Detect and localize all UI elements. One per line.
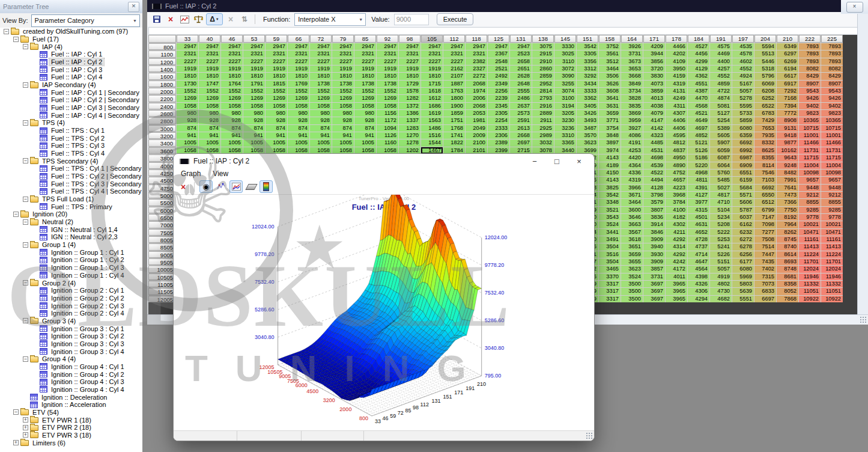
col-header[interactable]: 105 [421,35,443,43]
map-cell[interactable]: 5167 [732,81,754,87]
map-cell[interactable]: 4874 [710,95,732,102]
tree-item[interactable]: Ignition :: Deceleration [0,393,142,401]
compare-button[interactable] [192,14,204,25]
map-cell[interactable]: 4578 [732,50,754,57]
map-cell[interactable]: 7991 [777,177,798,183]
map-cell[interactable]: 941 [354,132,376,139]
tree-item[interactable]: Fuel :: IAP : Cyl 1 | Secondary [0,88,142,96]
map-cell[interactable]: 8745 [777,236,798,243]
map-cell[interactable]: 3464 [621,199,643,206]
map-cell[interactable]: 3524 [621,273,643,280]
map-cell[interactable]: 1058 [177,103,198,109]
col-header[interactable]: 151 [577,35,598,43]
map-cell[interactable]: 1810 [243,73,265,79]
map-cell[interactable]: 2227 [288,58,309,65]
map-cell[interactable]: 4143 [599,154,621,161]
map-cell[interactable]: 2947 [488,43,509,50]
map-cell[interactable]: 6256 [732,251,754,258]
map-cell[interactable]: 1005 [354,139,376,146]
map-cell[interactable]: 6232 [732,229,754,236]
map-cell[interactable]: 1800 [443,95,465,102]
map-cell[interactable]: 3930 [643,251,665,258]
map-cell[interactable]: 1618 [421,88,443,94]
map-cell[interactable]: 1172 [377,117,398,124]
map-cell[interactable]: 5389 [710,125,732,132]
row-header[interactable]: 8505 [148,243,176,250]
map-cell[interactable]: 7546 [754,170,776,176]
map-cell[interactable]: 980 [288,110,309,117]
map-cell[interactable]: 4714 [688,251,709,258]
map-cell[interactable]: 1005 [177,139,198,146]
map-cell[interactable]: 4535 [732,43,754,50]
map-cell[interactable]: 2947 [421,43,443,50]
map-cell[interactable]: 1768 [443,125,465,132]
map-cell[interactable]: 11413 [821,243,843,250]
map-cell[interactable]: 2049 [466,125,487,132]
map-cell[interactable]: 874 [199,125,220,132]
map-cell[interactable]: 3731 [621,50,643,57]
tree-item[interactable]: IGN :: Neutral : Cyl 2,3 [0,233,142,241]
map-cell[interactable]: 874 [288,125,309,132]
map-cell[interactable]: 3362 [577,95,598,102]
map-cell[interactable]: 1552 [177,88,198,94]
map-cell[interactable]: 6278 [732,243,754,250]
map-cell[interactable]: 4400 [710,58,732,65]
map-cell[interactable]: 6037 [732,214,754,221]
map-cell[interactable]: 4150 [599,170,621,176]
map-cell[interactable]: 5057 [710,266,732,272]
map-cell[interactable]: 4485 [643,139,665,146]
map-cell[interactable]: 980 [266,110,287,117]
row-header[interactable]: 3800 [148,154,176,161]
map-cell[interactable]: 3504 [599,243,621,250]
tree-item[interactable]: Ignition :: Group 3 : Cyl 1 [0,325,142,332]
map-cell[interactable]: 3734 [621,88,643,94]
map-cell[interactable]: 7447 [754,251,776,258]
map-cell[interactable]: 3835 [621,103,643,109]
tree-item[interactable]: −Group 4 (4) [0,355,142,363]
map-cell[interactable]: 3205 [554,110,576,117]
map-cell[interactable]: 7508 [754,236,776,243]
map-cell[interactable]: 3230 [554,117,576,124]
map-cell[interactable]: 7402 [754,266,776,272]
map-cell[interactable]: 2555 [510,88,532,94]
map-cell[interactable]: 7935 [754,132,776,139]
map-cell[interactable]: 11731 [799,147,821,154]
map-cell[interactable]: 5104 [710,207,732,213]
map-cell[interactable]: 2697 [510,139,532,146]
map-cell[interactable]: 980 [199,110,220,117]
map-cell[interactable]: 1919 [266,66,287,72]
tree-item[interactable]: Ignition :: Group 2 : Cyl 3 [0,302,142,310]
map-cell[interactable]: 4172 [666,266,687,272]
map-cell[interactable]: 4722 [710,88,732,94]
map-cell[interactable]: 8082 [821,66,843,72]
map-cell[interactable]: 6177 [732,258,754,265]
map-cell[interactable]: 2321 [177,50,198,57]
map-cell[interactable]: 3959 [621,117,643,124]
map-cell[interactable]: 5241 [710,243,732,250]
map-cell[interactable]: 2305 [488,110,509,117]
map-cell[interactable]: 8082 [799,66,821,72]
map-cell[interactable]: 6297 [777,50,798,57]
map-cell[interactable]: 11332 [799,281,821,287]
map-cell[interactable]: 2321 [399,50,420,57]
map-cell[interactable]: 3516 [599,251,621,258]
map-cell[interactable]: 3646 [621,214,643,221]
map-cell[interactable]: 3697 [643,281,665,287]
map-cell[interactable]: 4737 [688,243,709,250]
map-cell[interactable]: 1729 [399,81,420,87]
map-cell[interactable]: 4527 [688,43,709,50]
map-cell[interactable]: 2651 [510,66,532,72]
map-cell[interactable]: 8907 [799,81,821,87]
map-cell[interactable]: 4242 [666,258,687,265]
map-cell[interactable]: 7893 [821,50,843,57]
map-cell[interactable]: 2916 [532,103,554,109]
map-cell[interactable]: 2306 [488,132,509,139]
map-cell[interactable]: 11161 [821,236,843,243]
map-cell[interactable]: 1058 [221,103,243,109]
map-cell[interactable]: 3543 [599,214,621,221]
map-cell[interactable]: 1552 [199,88,220,94]
map-cell[interactable]: 10922 [821,296,843,302]
collapse-icon[interactable]: − [13,212,19,217]
map-cell[interactable]: 3856 [643,58,665,65]
map-cell[interactable]: 1005 [243,139,265,146]
